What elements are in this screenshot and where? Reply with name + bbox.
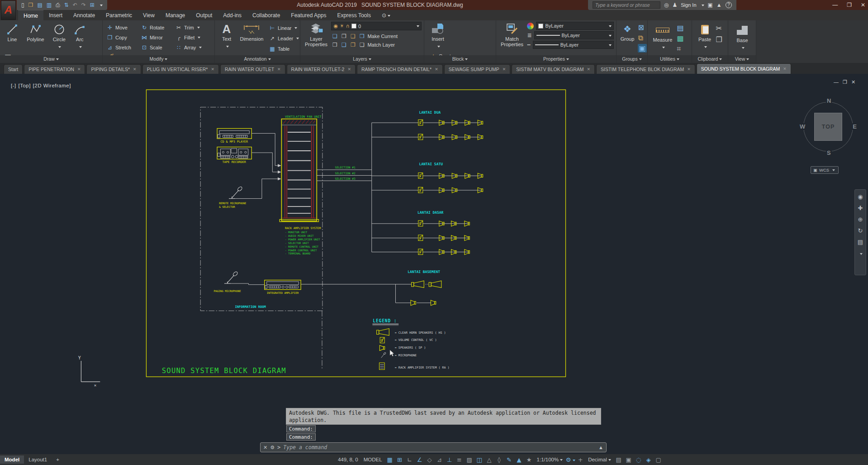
- command-history-up-icon[interactable]: ▲: [598, 445, 603, 450]
- transparency-icon[interactable]: ▨: [465, 456, 474, 463]
- trim-button[interactable]: ✂Trim: [175, 23, 209, 32]
- layer-sun-icon[interactable]: ☀: [340, 23, 344, 29]
- select-similar-icon[interactable]: ▩: [677, 34, 683, 43]
- viewport-view-control[interactable]: [Top]: [18, 83, 30, 88]
- drawing-minimize-button[interactable]: —: [834, 79, 839, 85]
- help-icon[interactable]: ?: [726, 2, 732, 8]
- search-input[interactable]: [593, 1, 660, 9]
- units-control[interactable]: Decimal: [585, 457, 614, 462]
- panel-label-modify[interactable]: Modify: [103, 55, 214, 63]
- base-button[interactable]: Base: [735, 23, 750, 51]
- layout1-tab[interactable]: Layout1: [24, 455, 52, 464]
- navbar-more-icon[interactable]: ▤: [858, 239, 863, 245]
- match-layer-button[interactable]: ❒❑❐❏ Match Layer: [331, 40, 422, 49]
- tab-view[interactable]: View: [138, 10, 160, 20]
- line-button[interactable]: Line: [3, 22, 22, 42]
- array-button[interactable]: ∷Array: [175, 43, 209, 52]
- volume-control-symbol[interactable]: [418, 120, 423, 125]
- close-icon[interactable]: ✕: [211, 67, 214, 72]
- panel-label-layers[interactable]: Layers: [300, 55, 424, 63]
- qat-menu-icon[interactable]: [99, 2, 103, 8]
- close-icon[interactable]: ✕: [503, 67, 506, 72]
- ortho-icon[interactable]: ∟: [405, 456, 415, 463]
- new-file-icon[interactable]: ▯: [21, 2, 24, 8]
- graphics-performance-icon[interactable]: ◈: [644, 456, 654, 463]
- close-icon[interactable]: ✕: [277, 67, 281, 72]
- signin-caret-icon[interactable]: [700, 2, 704, 8]
- file-tab-start[interactable]: Start: [4, 64, 23, 74]
- model-space-toggle[interactable]: MODEL: [361, 457, 385, 462]
- lineweight-dropdown[interactable]: ByLayer: [534, 31, 614, 39]
- viewcube[interactable]: N W E S TOP: [798, 96, 859, 157]
- annotation-monitor-icon[interactable]: +: [575, 456, 585, 463]
- window-restore-button[interactable]: ❐: [847, 2, 852, 8]
- navbar-caret-icon[interactable]: [859, 250, 863, 257]
- clean-screen-icon[interactable]: ▢: [654, 456, 664, 463]
- viewcube-east[interactable]: E: [852, 123, 858, 130]
- autoscale-icon[interactable]: ★: [524, 456, 534, 463]
- file-tab[interactable]: PIPING DETAILS*✕: [86, 64, 141, 74]
- orbit-icon[interactable]: ↻: [858, 227, 863, 234]
- application-menu-button[interactable]: A: [1, 0, 16, 20]
- model-tab[interactable]: Model: [0, 455, 24, 464]
- isometric-drafting-icon[interactable]: ◇: [425, 456, 435, 463]
- stretch-button[interactable]: ⊿Stretch: [106, 43, 141, 52]
- annotation-visibility-icon[interactable]: ▲: [514, 456, 524, 463]
- insert-button[interactable]: Insert: [428, 22, 448, 50]
- zoom-icon[interactable]: ⊕: [858, 216, 863, 223]
- tab-parametric[interactable]: Parametric: [100, 10, 138, 20]
- panel-label-annotation[interactable]: Annotation: [215, 55, 300, 63]
- file-tab[interactable]: SEWAGE SUMP PUMP✕: [444, 64, 511, 74]
- panel-label-groups[interactable]: Groups: [617, 55, 647, 63]
- snap-mode-icon[interactable]: ⊞: [395, 456, 405, 463]
- command-customize-icon[interactable]: ⚙: [270, 445, 275, 451]
- viewcube-south[interactable]: S: [826, 149, 832, 156]
- leader-button[interactable]: ↗Leader: [269, 34, 299, 43]
- tab-express-tools[interactable]: Express Tools: [332, 10, 376, 20]
- 3d-object-snap-icon[interactable]: △: [484, 456, 494, 463]
- measure-button[interactable]: Measure: [650, 23, 675, 51]
- file-tab[interactable]: PLUG IN VERTICAL RISER*✕: [142, 64, 219, 74]
- panel-label-block[interactable]: Block: [424, 55, 496, 63]
- ungroup-icon[interactable]: ⊠: [638, 23, 646, 32]
- autodesk-icon[interactable]: ▲: [716, 2, 722, 8]
- quick-properties-icon[interactable]: ▤: [614, 456, 624, 463]
- group-selection-toggle-icon[interactable]: ▣: [638, 44, 646, 53]
- drawing-restore-button[interactable]: ❐: [843, 79, 847, 85]
- integrated-amplifier-block[interactable]: [265, 280, 301, 290]
- file-tab[interactable]: PIPE PENETRATION✕: [24, 64, 85, 74]
- tab-collaborate[interactable]: Collaborate: [247, 10, 285, 20]
- file-tab-active[interactable]: SOUND SYSTEM BLOCK DIAGRAM✕: [697, 63, 791, 74]
- object-snap-tracking-icon[interactable]: ⊿: [435, 456, 445, 463]
- file-tab[interactable]: RAIN WATER OUTLET-2✕: [287, 64, 356, 74]
- app-store-cart-icon[interactable]: ▣: [708, 2, 713, 8]
- command-line[interactable]: ✕ ⚙ > ▲: [260, 442, 607, 452]
- window-minimize-button[interactable]: —: [832, 2, 838, 8]
- close-icon[interactable]: ✕: [347, 67, 351, 72]
- undo-icon[interactable]: ↶: [73, 2, 77, 8]
- fillet-button[interactable]: ╭Fillet: [175, 33, 209, 42]
- group-edit-icon[interactable]: ⧉: [638, 34, 646, 42]
- close-icon[interactable]: ✕: [687, 67, 691, 72]
- paste-button[interactable]: Paste: [696, 22, 714, 50]
- panel-label-utilities[interactable]: Utilities: [648, 55, 692, 63]
- object-snap-icon[interactable]: ⊥: [445, 456, 455, 463]
- remote-microphone-symbol[interactable]: [229, 186, 243, 199]
- steering-wheel-icon[interactable]: ◉: [858, 193, 863, 200]
- dynamic-input-icon[interactable]: ✎: [504, 456, 514, 463]
- paging-microphone-symbol[interactable]: [224, 271, 238, 284]
- tape-recorder-block[interactable]: [217, 147, 251, 159]
- tab-annotate[interactable]: Annotate: [68, 10, 100, 20]
- drawing[interactable]: VENTILATION FAN UNIT CD & MP3 PLAYER TAP…: [0, 74, 868, 454]
- save-as-icon[interactable]: ▥: [47, 2, 52, 8]
- make-current-button[interactable]: ❏❐❑❒ Make Current: [331, 32, 422, 40]
- layer-on-icon[interactable]: ◉: [333, 23, 338, 29]
- sign-in-button[interactable]: Sign In: [681, 2, 696, 8]
- command-close-icon[interactable]: ✕: [263, 445, 267, 451]
- viewport-menu-control[interactable]: [-]: [11, 83, 16, 88]
- viewcube-north[interactable]: N: [826, 97, 832, 104]
- polar-tracking-icon[interactable]: ∠: [415, 456, 425, 463]
- isolate-objects-icon[interactable]: ◌: [634, 456, 644, 463]
- lock-ui-icon[interactable]: ▣: [624, 456, 634, 463]
- arc-button[interactable]: Arc: [71, 22, 88, 50]
